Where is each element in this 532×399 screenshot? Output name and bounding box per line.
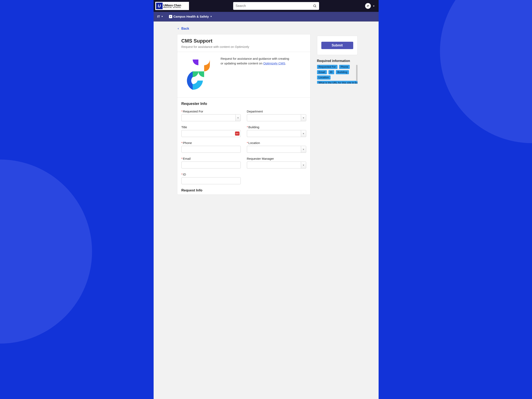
search-icon [313,4,317,8]
page-title: CMS Support [181,38,306,44]
background-circle [440,0,532,143]
label-department: Department [247,110,306,113]
label-requester-manager: Requester Manager [247,157,306,160]
input-phone[interactable] [181,146,241,153]
app-frame: U UMass Chan MEDICAL SCHOOL JP ▼ IT ▼ + … [154,0,379,399]
side-column: Submit Required information Requested Fo… [317,36,358,84]
field-requester-manager: Requester Manager ▼ [247,157,306,169]
label-location: *Location [247,141,306,145]
input-title[interactable] [181,130,241,137]
intro-description: Request for assistance and guidance with… [221,57,290,91]
field-phone: *Phone [181,141,241,153]
search-input[interactable] [236,4,313,8]
card-intro: Request for assistance and guidance with… [177,52,310,98]
required-tags: Requested ForPhoneEmailIDBuildingLocatio… [317,65,358,84]
input-id[interactable] [181,177,241,184]
back-row: Back [177,27,310,31]
avatar: JP [365,3,371,9]
brand-logo[interactable]: U UMass Chan MEDICAL SCHOOL [155,2,189,10]
optimizely-logo-icon [181,57,216,91]
global-search[interactable] [233,2,319,10]
label-email: *Email [181,157,241,160]
label-text: Location [248,141,260,145]
caret-down-icon: ▼ [303,148,304,151]
label-text: Building [248,125,259,129]
nav-label: IT [157,15,160,18]
input-requester-manager[interactable] [247,162,301,169]
plus-square-icon: + [169,15,172,18]
dropdown-button[interactable]: ▼ [301,114,306,121]
optimizely-link[interactable]: Optimizely CMS [263,62,285,65]
label-text: Requested For [183,110,203,113]
back-label: Back [181,27,189,31]
label-text: Email [183,157,191,160]
input-building[interactable] [247,130,301,137]
field-building: *Building ▼ [247,125,306,137]
dropdown-button[interactable]: ▼ [235,114,241,121]
field-id: *ID [181,173,241,184]
caret-down-icon: ▼ [303,133,304,135]
form-area: Requester Info *Requested For ▼ Departme… [177,98,310,195]
caret-down-icon: ▼ [373,5,375,7]
label-text: ID [183,173,186,176]
required-tag[interactable]: What is the URL for this site in Epis [317,81,358,84]
label-title: Title [181,125,241,129]
required-tag[interactable]: Requested For [317,65,337,69]
label-phone: *Phone [181,141,241,145]
required-tag[interactable]: Email [317,70,327,74]
label-building: *Building [247,125,306,129]
label-text: Phone [183,141,192,145]
brand-mark-icon: U [156,3,163,9]
field-email: *Email [181,157,241,169]
nav-it[interactable]: IT ▼ [157,15,163,18]
caret-down-icon: ▼ [303,117,304,119]
svg-point-0 [314,5,316,7]
section-requester-info: Requester Info [181,102,306,106]
required-info-panel: Required information Requested ForPhoneE… [317,59,358,84]
caret-down-icon: ▼ [237,117,239,119]
main-column: Back CMS Support Request for assistance … [177,27,310,195]
brand-text-sub: MEDICAL SCHOOL [164,7,181,8]
caret-down-icon: ▼ [303,164,304,166]
page-subtitle: Request for assistance with content on O… [181,45,306,49]
field-requested-for: *Requested For ▼ [181,110,241,121]
brand-text: UMass Chan MEDICAL SCHOOL [164,4,181,8]
input-requested-for[interactable] [181,114,235,121]
desc-post: . [285,62,286,65]
required-tag[interactable]: Building [336,70,349,74]
input-action-badge[interactable]: ••• [235,132,240,136]
required-tag[interactable]: Phone [339,65,350,69]
page-content: Back CMS Support Request for assistance … [154,21,379,203]
field-location: *Location ▼ [247,141,306,153]
svg-line-1 [315,6,316,7]
back-link[interactable]: Back [177,27,310,31]
input-department[interactable] [247,114,301,121]
label-requested-for: *Requested For [181,110,241,113]
form-grid: *Requested For ▼ Department ▼ [181,110,306,184]
scrollbar[interactable] [356,65,358,81]
input-location[interactable] [247,146,301,153]
user-menu[interactable]: JP ▼ [365,3,377,9]
top-bar: U UMass Chan MEDICAL SCHOOL JP ▼ [154,0,379,12]
dropdown-button[interactable]: ▼ [301,130,306,137]
input-email[interactable] [181,162,241,169]
nav-campus-health[interactable]: + Campus Health & Safety ▼ [169,15,212,18]
nav-label: Campus Health & Safety [173,15,209,18]
dropdown-button[interactable]: ▼ [301,146,306,153]
brand-text-main: UMass Chan [164,4,181,7]
dropdown-button[interactable]: ▼ [301,162,306,169]
label-id: *ID [181,173,241,176]
required-tag[interactable]: Location [317,76,330,80]
secondary-nav: IT ▼ + Campus Health & Safety ▼ [154,12,379,21]
required-tag[interactable]: ID [329,70,334,74]
submit-button[interactable]: Submit [321,42,353,49]
field-title: Title ••• [181,125,241,137]
field-department: Department ▼ [247,110,306,121]
form-card: CMS Support Request for assistance with … [177,34,310,195]
required-info-title: Required information [317,59,358,63]
caret-down-icon: ▼ [161,15,163,18]
section-request-info: Request Info [181,188,306,192]
card-header: CMS Support Request for assistance with … [177,34,310,52]
background-circle [0,159,92,344]
chevron-left-icon [177,27,179,30]
